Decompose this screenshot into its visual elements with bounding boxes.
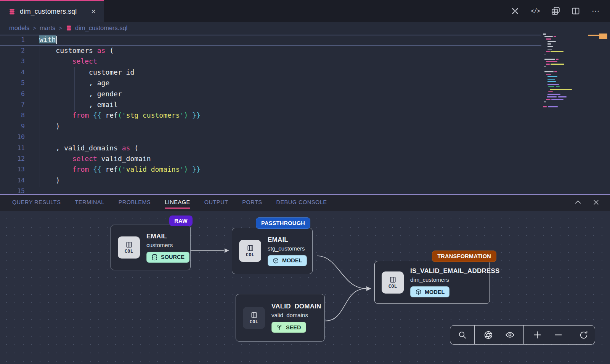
collapse-panel-icon[interactable] [574, 198, 582, 206]
panel-tab-lineage[interactable]: LINEAGE [165, 198, 190, 209]
close-panel-icon[interactable] [592, 198, 600, 206]
minimap-line [546, 64, 550, 65]
minimap-line [546, 38, 551, 40]
editor-line[interactable]: 12 select valid_domain [0, 153, 541, 164]
breadcrumb-file[interactable]: dim_customers.sql [66, 24, 128, 32]
line-number: 15 [0, 187, 25, 194]
code-editor[interactable]: models > marts > dim_customers.sql 1with… [0, 22, 610, 194]
node-status-badge: TRANSFORMATION [432, 251, 496, 262]
minimap-line [551, 99, 563, 100]
minimap-line [547, 76, 557, 77]
line-content: from {{ ref('stg_customers') }} [39, 111, 201, 119]
copy-table-icon[interactable] [551, 6, 560, 16]
lineage-node-valid_domains[interactable]: COL VALID_DOMAIN valid_domains SEED [236, 294, 325, 342]
node-model-name: customers [146, 242, 173, 248]
panel-tab-problems[interactable]: PROBLEMS [119, 198, 151, 209]
columns-icon [389, 276, 396, 283]
split-editor-icon[interactable] [571, 6, 581, 16]
tab-close-icon[interactable]: ✕ [90, 7, 98, 16]
dbt-icon[interactable] [510, 6, 520, 16]
line-content: ) [39, 176, 60, 184]
search-icon[interactable] [455, 326, 470, 344]
cube-icon [273, 257, 279, 264]
minimap-line [551, 64, 564, 65]
minimap[interactable] [542, 34, 587, 133]
editor-line[interactable]: 7 , email [0, 99, 541, 110]
lineage-node-dim_customers[interactable]: TRANSFORMATION COL IS_VALID_EMAIL_ADDRES… [374, 261, 490, 304]
lineage-toolbar [450, 325, 595, 345]
node-model-name: valid_domains [271, 312, 308, 318]
minimap-line [548, 91, 553, 93]
line-content: , valid_domains as ( [39, 144, 138, 152]
panel-tab-ports[interactable]: PORTS [242, 198, 262, 209]
tab-dim-customers[interactable]: dim_customers.sql ✕ [0, 0, 104, 22]
panel-tab-debug-console[interactable]: DEBUG CONSOLE [276, 198, 327, 209]
more-actions-icon[interactable]: ⋯ [591, 6, 601, 16]
breadcrumb-models[interactable]: models [9, 24, 29, 32]
zoom-out-icon[interactable] [551, 326, 566, 344]
editor-line[interactable]: 5 , age [0, 78, 541, 88]
refresh-icon[interactable] [576, 326, 591, 344]
breadcrumb-marts[interactable]: marts [40, 24, 55, 32]
lineage-node-stg_customers[interactable]: PASSTHROUGH COL EMAIL stg_customers MODE… [232, 228, 313, 274]
lineage-node-customers[interactable]: RAW COL EMAIL customers SOURCE [111, 225, 191, 270]
line-content: customers as ( [39, 46, 114, 54]
breadcrumb-file-label: dim_customers.sql [75, 24, 128, 32]
compiled-code-icon[interactable]: </> [530, 6, 540, 16]
scrollbar-selection-marker[interactable] [599, 34, 607, 39]
aperture-icon[interactable] [481, 326, 496, 344]
editor-line[interactable]: 10 [0, 132, 541, 142]
breadcrumb-separator: > [59, 25, 62, 31]
line-number: 4 [0, 69, 25, 76]
node-type-label: SOURCE [161, 254, 185, 260]
line-number: 14 [0, 177, 25, 184]
editor-line[interactable]: 6 , gender [0, 88, 541, 99]
line-content: ) [39, 122, 60, 130]
editor-line[interactable]: 8 from {{ ref('stg_customers') }} [0, 110, 541, 121]
panel-tab-terminal[interactable]: TERMINAL [75, 198, 104, 209]
line-number: 7 [0, 101, 25, 108]
minimap-line [546, 74, 551, 75]
editor-line[interactable]: 15 [0, 185, 541, 194]
minimap-line [546, 51, 550, 52]
database-icon [8, 8, 16, 15]
app-window: dim_customers.sql ✕ </> ⋯ models > marts… [0, 0, 610, 364]
line-number: 1 [0, 36, 25, 43]
node-model-name: dim_customers [410, 276, 449, 283]
lineage-canvas[interactable]: RAW COL EMAIL customers SOURCE PASSTHROU… [0, 211, 610, 364]
line-number: 8 [0, 112, 25, 119]
minimap-line [556, 86, 560, 88]
panel-actions [574, 198, 610, 206]
panel-tab-strip: QUERY RESULTSTERMINALPROBLEMSLINEAGEOUTP… [0, 195, 610, 211]
node-status-badge: RAW [169, 216, 193, 226]
minimap-line [558, 96, 567, 97]
minimap-line [547, 79, 555, 80]
column-type-box: COL [118, 236, 140, 259]
editor-line[interactable]: 2 customers as ( [0, 45, 541, 56]
node-column-name: VALID_DOMAIN [271, 303, 321, 310]
eye-icon[interactable] [502, 326, 517, 344]
editor-line[interactable]: 4 customer_id [0, 67, 541, 77]
cube-icon [415, 289, 422, 295]
editor-line[interactable]: 11 , valid_domains as ( [0, 142, 541, 153]
minimap-line [547, 49, 552, 50]
line-number: 9 [0, 123, 25, 130]
node-type-badge: MODEL [268, 255, 307, 266]
minimap-line [544, 54, 546, 55]
minimap-line [556, 59, 559, 60]
editor-line[interactable]: 13 from {{ ref('valid_domains') }} [0, 164, 541, 175]
zoom-in-icon[interactable] [530, 326, 545, 344]
editor-line[interactable]: 1with [0, 34, 541, 45]
node-type-label: MODEL [282, 257, 302, 263]
editor-line[interactable]: 3 select [0, 56, 541, 67]
editor-line[interactable]: 9 ) [0, 121, 541, 131]
panel-tab-output[interactable]: OUTPUT [204, 198, 228, 209]
minimap-line [554, 71, 557, 72]
editor-line[interactable]: 14 ) [0, 175, 541, 185]
node-type-label: MODEL [425, 289, 445, 295]
tab-title: dim_customers.sql [20, 8, 85, 16]
line-number: 13 [0, 166, 25, 173]
line-number: 5 [0, 79, 25, 86]
panel-tab-query-results[interactable]: QUERY RESULTS [12, 198, 61, 209]
line-content: , age [39, 79, 109, 87]
